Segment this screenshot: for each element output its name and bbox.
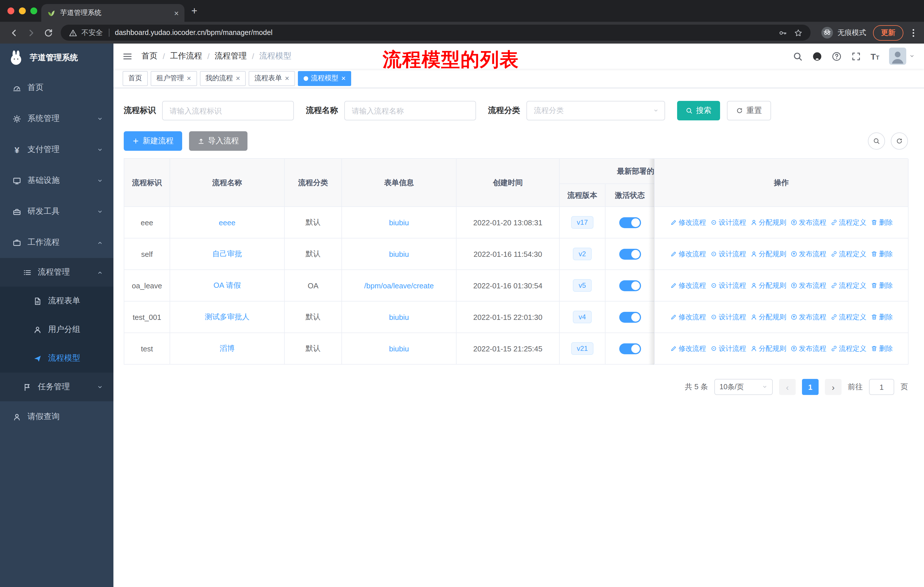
action-process-definition[interactable]: 流程定义 (830, 281, 866, 290)
import-process-button[interactable]: 导入流程 (189, 131, 248, 151)
process-name-link[interactable]: 自己审批 (212, 249, 242, 259)
tag-tenant-management[interactable]: 租户管理 × (151, 71, 197, 86)
sidebar-item-task-management[interactable]: 任务管理 (0, 373, 114, 401)
action-assign-rule[interactable]: 分配规则 (750, 344, 786, 354)
action-design-process[interactable]: 设计流程 (710, 344, 746, 354)
close-icon[interactable]: × (236, 74, 240, 82)
browser-menu-icon[interactable] (908, 28, 918, 38)
action-delete[interactable]: 删除 (870, 218, 893, 227)
user-menu[interactable] (889, 48, 915, 65)
form-info-link[interactable]: biubiu (389, 313, 409, 321)
action-edit-process[interactable]: 修改流程 (670, 249, 706, 259)
action-assign-rule[interactable]: 分配规则 (750, 218, 786, 227)
action-publish-process[interactable]: 发布流程 (790, 312, 826, 322)
form-info-link[interactable]: /bpm/oa/leave/create (364, 281, 434, 290)
browser-tab[interactable]: 芋道管理系统 × (41, 4, 185, 22)
sidebar-item-devtools[interactable]: 研发工具 (0, 196, 114, 227)
refresh-table-button[interactable] (891, 132, 908, 150)
tag-my-process[interactable]: 我的流程 × (200, 71, 246, 86)
hamburger-icon[interactable] (122, 51, 132, 61)
new-tab-button[interactable]: + (191, 6, 197, 16)
action-design-process[interactable]: 设计流程 (710, 249, 746, 259)
action-delete[interactable]: 删除 (870, 344, 893, 354)
close-icon[interactable]: × (285, 74, 289, 82)
goto-page-input[interactable] (869, 379, 894, 395)
process-category-select[interactable]: 流程分类 (526, 101, 665, 121)
process-name-link[interactable]: OA 请假 (213, 280, 241, 291)
sidebar-item-system[interactable]: 系统管理 (0, 103, 114, 134)
action-assign-rule[interactable]: 分配规则 (750, 249, 786, 259)
sidebar-item-workflow[interactable]: 工作流程 (0, 227, 114, 258)
active-toggle[interactable] (619, 312, 641, 322)
close-icon[interactable]: × (342, 74, 346, 82)
browser-update-button[interactable]: 更新 (873, 25, 903, 40)
action-edit-process[interactable]: 修改流程 (670, 281, 706, 290)
process-name-link[interactable]: eeee (219, 218, 236, 227)
action-design-process[interactable]: 设计流程 (710, 312, 746, 322)
sidebar-item-process-model[interactable]: 流程模型 (0, 344, 114, 373)
form-info-link[interactable]: biubiu (389, 218, 409, 227)
active-toggle[interactable] (619, 248, 641, 260)
next-page-button[interactable]: › (825, 379, 842, 395)
action-edit-process[interactable]: 修改流程 (670, 218, 706, 227)
action-publish-process[interactable]: 发布流程 (790, 218, 826, 227)
action-assign-rule[interactable]: 分配规则 (750, 281, 786, 290)
breadcrumb-workflow[interactable]: 工作流程 (170, 51, 202, 61)
back-icon[interactable] (6, 25, 22, 41)
search-icon[interactable] (792, 51, 802, 61)
active-toggle[interactable] (619, 217, 641, 228)
close-icon[interactable]: × (187, 74, 191, 82)
action-process-definition[interactable]: 流程定义 (830, 249, 866, 259)
sidebar-item-payment[interactable]: ¥ 支付管理 (0, 134, 114, 165)
process-name-link[interactable]: 滔博 (220, 343, 234, 354)
fullscreen-icon[interactable] (851, 51, 861, 61)
action-delete[interactable]: 删除 (870, 249, 893, 259)
action-delete[interactable]: 删除 (870, 281, 893, 290)
action-design-process[interactable]: 设计流程 (710, 218, 746, 227)
incognito-badge[interactable]: 无痕模式 (821, 26, 866, 39)
window-minimize-button[interactable] (19, 7, 26, 14)
page-number-button[interactable]: 1 (802, 379, 818, 395)
action-delete[interactable]: 删除 (870, 312, 893, 322)
help-icon[interactable] (832, 51, 841, 61)
action-publish-process[interactable]: 发布流程 (790, 249, 826, 259)
sidebar-item-process-management[interactable]: 流程管理 (0, 258, 114, 287)
breadcrumb-process-management[interactable]: 流程管理 (215, 51, 247, 61)
window-zoom-button[interactable] (30, 7, 37, 14)
active-toggle[interactable] (619, 280, 641, 291)
process-name-input[interactable] (344, 101, 476, 121)
action-process-definition[interactable]: 流程定义 (830, 218, 866, 227)
key-icon[interactable] (779, 28, 787, 37)
font-size-icon[interactable]: TT (870, 52, 879, 61)
active-toggle[interactable] (619, 343, 641, 354)
process-name-link[interactable]: 测试多审批人 (205, 312, 249, 322)
window-close-button[interactable] (7, 7, 14, 14)
toggle-search-button[interactable] (868, 132, 885, 150)
bookmark-star-icon[interactable] (794, 28, 803, 37)
prev-page-button[interactable]: ‹ (779, 379, 796, 395)
sidebar-item-process-form[interactable]: 流程表单 (0, 287, 114, 315)
sidebar-item-leave-query[interactable]: 请假查询 (0, 401, 114, 432)
search-button[interactable]: 搜索 (677, 101, 720, 121)
sidebar-item-user-group[interactable]: 用户分组 (0, 315, 114, 344)
form-info-link[interactable]: biubiu (389, 344, 409, 353)
breadcrumb-home[interactable]: 首页 (142, 51, 158, 61)
reload-icon[interactable] (40, 25, 56, 41)
action-design-process[interactable]: 设计流程 (710, 281, 746, 290)
tag-process-model[interactable]: 流程模型 × (298, 71, 351, 86)
action-publish-process[interactable]: 发布流程 (790, 344, 826, 354)
form-info-link[interactable]: biubiu (389, 250, 409, 258)
create-process-button[interactable]: 新建流程 (124, 131, 182, 151)
action-edit-process[interactable]: 修改流程 (670, 344, 706, 354)
forward-icon[interactable] (23, 25, 39, 41)
tab-close-icon[interactable]: × (174, 9, 179, 17)
sidebar-item-infrastructure[interactable]: 基础设施 (0, 165, 114, 196)
action-process-definition[interactable]: 流程定义 (830, 344, 866, 354)
url-bar[interactable]: 不安全 dashboard.yudao.iocoder.cn/bpm/manag… (61, 25, 810, 41)
process-key-input[interactable] (162, 101, 294, 121)
sidebar-item-home[interactable]: 首页 (0, 72, 114, 103)
action-edit-process[interactable]: 修改流程 (670, 312, 706, 322)
tag-process-form[interactable]: 流程表单 × (249, 71, 295, 86)
reset-button[interactable]: 重置 (727, 101, 771, 121)
action-assign-rule[interactable]: 分配规则 (750, 312, 786, 322)
